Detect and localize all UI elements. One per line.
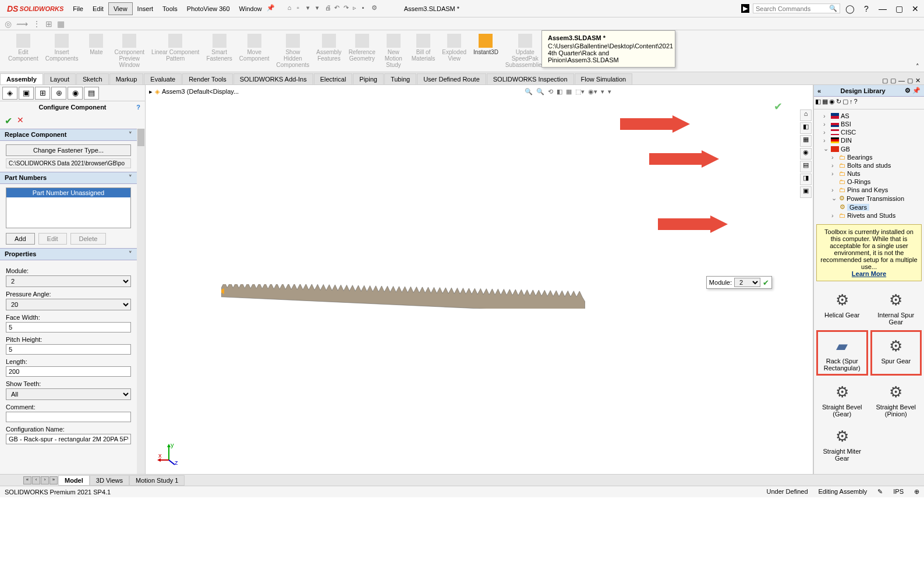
part-numbers-section[interactable]: Part Numbers <box>0 172 137 184</box>
zoom-fit-icon[interactable]: 🔍 <box>525 88 533 95</box>
lib-icon[interactable]: ◧ <box>815 98 821 108</box>
print-icon[interactable]: 🖨 <box>325 4 334 13</box>
add-button[interactable]: Add <box>6 233 35 245</box>
home-icon[interactable]: ⌂ <box>288 4 297 13</box>
change-fastener-button[interactable]: Change Fastener Type... <box>6 144 131 156</box>
delete-button[interactable]: Delete <box>70 233 107 245</box>
tab-markup[interactable]: Markup <box>109 73 144 84</box>
undo-icon[interactable]: ↶ <box>334 4 344 13</box>
redo-icon[interactable]: ↷ <box>344 4 353 13</box>
edit-button[interactable]: Edit <box>38 233 67 245</box>
lib-icon[interactable]: ◉ <box>829 98 835 108</box>
snapshot-icon[interactable]: ▣ <box>800 186 812 198</box>
comment-input[interactable] <box>6 412 131 422</box>
display-manager-icon[interactable]: ◉ <box>68 87 83 100</box>
thumb-bevel-pinion[interactable]: ⚙Straight Bevel (Pinion) <box>870 378 922 420</box>
status-settings-icon[interactable]: ⊕ <box>914 488 919 496</box>
tab-addins[interactable]: SOLIDWORKS Add-Ins <box>233 73 313 84</box>
tab-nav-prev[interactable]: ‹ <box>32 476 40 484</box>
lib-search-icon[interactable]: ? <box>854 98 858 108</box>
home-view-icon[interactable]: ⌂ <box>800 109 812 121</box>
left-scrollbar[interactable] <box>137 129 145 474</box>
tree-as[interactable]: ›AS <box>815 112 923 120</box>
new-icon[interactable]: ▫ <box>297 4 306 13</box>
cam-manager-icon[interactable]: ▤ <box>84 87 99 100</box>
zoom-area-icon[interactable]: 🔍 <box>536 88 544 95</box>
qat-icon[interactable]: ⊞ <box>45 19 52 29</box>
thumb-internal-spur[interactable]: ⚙Internal Spur Gear <box>870 286 922 328</box>
module-accept-icon[interactable]: ✔ <box>763 278 769 287</box>
component-preview-button[interactable]: ComponentPreviewWindow <box>111 33 148 69</box>
config-manager-icon[interactable]: ⊞ <box>35 87 50 100</box>
tab-electrical[interactable]: Electrical <box>314 73 353 84</box>
tree-gb[interactable]: ⌄GB <box>815 144 923 153</box>
tab-tubing[interactable]: Tubing <box>384 73 416 84</box>
qat-icon[interactable]: ⟿ <box>16 19 28 29</box>
tab-assembly[interactable]: Assembly <box>0 73 43 84</box>
learn-more-link[interactable]: Learn More <box>852 270 886 277</box>
rebuild-icon[interactable]: ▪ <box>362 4 371 13</box>
tab-user-route[interactable]: User Defined Route <box>417 73 486 84</box>
maximize-button[interactable]: ▢ <box>893 2 905 15</box>
reject-button[interactable]: ✕ <box>17 115 24 126</box>
module-popup-select[interactable]: 2 <box>734 278 760 287</box>
pin-icon[interactable]: 📌 <box>267 4 276 13</box>
tree-nuts[interactable]: ›🗀Nuts <box>815 169 923 178</box>
feature-tree-icon[interactable]: ◈ <box>2 87 17 100</box>
graphics-viewport[interactable]: ▸◈ Assem3 (Default<Display... 🔍 🔍 ⟲ ◧ ▦ … <box>146 85 813 474</box>
module-popup[interactable]: Module: 2 ✔ <box>706 276 772 289</box>
save-icon[interactable]: ▾ <box>316 4 325 13</box>
viewport-close-icon[interactable]: ✕ <box>915 77 921 84</box>
menu-view[interactable]: View <box>108 2 133 15</box>
select-icon[interactable]: ▹ <box>353 4 362 13</box>
showteeth-select[interactable]: All <box>6 388 131 400</box>
lib-icon[interactable]: ▦ <box>822 98 828 108</box>
facewidth-input[interactable] <box>6 322 131 332</box>
panel-help-icon[interactable]: ? <box>136 104 140 111</box>
qat-icon[interactable]: ⋮ <box>33 19 41 29</box>
flyout-tree[interactable]: ▸◈ Assem3 (Default<Display... <box>149 88 239 95</box>
tree-pins[interactable]: ›🗀Pins and Keys <box>815 186 923 194</box>
tab-nav-next[interactable]: › <box>41 476 49 484</box>
tab-nav-first[interactable]: « <box>23 476 31 484</box>
tab-layout[interactable]: Layout <box>44 73 76 84</box>
instant3d-button[interactable]: Instant3D <box>470 33 502 56</box>
menu-file[interactable]: File <box>68 3 88 15</box>
search-icon[interactable]: 🔍 <box>829 5 837 12</box>
isometric-icon[interactable]: ◧ <box>800 122 812 134</box>
menu-insert[interactable]: Insert <box>133 3 158 15</box>
tree-node-label[interactable]: Assem3 (Default<Display... <box>162 88 239 95</box>
tree-bsi[interactable]: ›BSI <box>815 120 923 128</box>
edit-component-button[interactable]: EditComponent <box>5 33 42 63</box>
pin-icon[interactable]: 📌 <box>912 87 921 94</box>
qat-icon[interactable]: ▦ <box>57 19 65 29</box>
tree-bearings[interactable]: ›🗀Bearings <box>815 153 923 161</box>
length-input[interactable] <box>6 366 131 377</box>
module-select[interactable]: 2 <box>6 275 131 287</box>
user-icon[interactable]: ◯ <box>844 2 856 15</box>
status-pencil-icon[interactable]: ✎ <box>877 488 883 496</box>
linear-pattern-button[interactable]: Linear ComponentPattern <box>148 33 203 63</box>
thumb-helical[interactable]: ⚙Helical Gear <box>816 286 868 328</box>
rack-part-graphic[interactable] <box>221 284 585 309</box>
display-icon[interactable]: ▤ <box>800 161 812 172</box>
thumb-miter[interactable]: ⚙Straight Miter Gear <box>816 422 868 464</box>
help-icon[interactable]: ? <box>860 2 873 15</box>
tree-rivets[interactable]: ›🗀Rivets and Studs <box>815 211 923 220</box>
hide-show-icon[interactable]: ◉▾ <box>588 88 597 95</box>
lib-icon[interactable]: ↻ <box>836 98 841 108</box>
view-triad[interactable]: y x z <box>157 443 180 466</box>
tree-gears[interactable]: ⚙Gears <box>815 203 923 211</box>
tab-piping[interactable]: Piping <box>353 73 384 84</box>
tree-cisc[interactable]: ›CISC <box>815 128 923 136</box>
view-orientation-icon[interactable]: ⬚▾ <box>575 88 585 95</box>
prev-view-icon[interactable]: ⟲ <box>548 88 553 95</box>
viewport-icon[interactable]: ▢ <box>882 77 888 84</box>
search-input[interactable] <box>756 5 829 12</box>
scroll-thumb[interactable] <box>137 129 144 146</box>
configname-input[interactable] <box>6 434 131 444</box>
exploded-view-button[interactable]: ExplodedView <box>438 33 470 63</box>
tab-model[interactable]: Model <box>58 475 90 486</box>
pitch-input[interactable] <box>6 344 131 355</box>
part-number-item[interactable]: Part Number Unassigned <box>6 188 130 197</box>
